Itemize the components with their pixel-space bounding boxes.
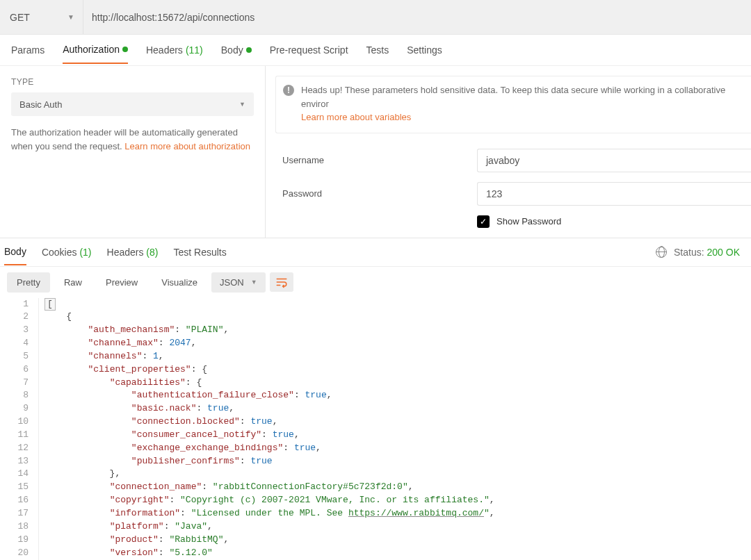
username-row: Username javaboy bbox=[275, 149, 751, 172]
tab-params[interactable]: Params bbox=[11, 37, 45, 63]
resp-tab-body[interactable]: Body bbox=[4, 239, 26, 265]
tab-authorization[interactable]: Authorization bbox=[63, 36, 128, 64]
resp-tab-test-results[interactable]: Test Results bbox=[173, 240, 226, 265]
chevron-down-icon: ▼ bbox=[251, 279, 257, 286]
show-password-row: ✓ Show Password bbox=[275, 215, 751, 228]
auth-description: The authorization header will be automat… bbox=[11, 126, 254, 153]
show-password-checkbox[interactable]: ✓ bbox=[477, 215, 490, 228]
method-value: GET bbox=[10, 12, 30, 23]
globe-icon[interactable] bbox=[656, 247, 667, 258]
url-value: http://localhost:15672/api/connections bbox=[92, 12, 255, 23]
show-password-label: Show Password bbox=[496, 216, 561, 227]
wrap-lines-button[interactable] bbox=[270, 272, 293, 292]
code-content[interactable]: [ { "auth_mechanism": "PLAIN", "channel_… bbox=[39, 298, 751, 561]
view-raw-button[interactable]: Raw bbox=[54, 272, 92, 293]
chevron-down-icon: ▼ bbox=[239, 101, 245, 108]
auth-credentials-panel: ! Heads up! These parameters hold sensit… bbox=[266, 66, 751, 238]
chevron-down-icon: ▼ bbox=[67, 13, 74, 21]
view-visualize-button[interactable]: Visualize bbox=[152, 272, 207, 293]
tab-prerequest[interactable]: Pre-request Script bbox=[270, 37, 348, 63]
status-code: 200 OK bbox=[707, 247, 740, 258]
format-selector[interactable]: JSON ▼ bbox=[211, 272, 266, 293]
password-input[interactable]: 123 bbox=[477, 182, 751, 206]
authorization-panel: TYPE Basic Auth ▼ The authorization head… bbox=[0, 66, 751, 238]
view-preview-button[interactable]: Preview bbox=[96, 272, 147, 293]
view-pretty-button[interactable]: Pretty bbox=[7, 272, 50, 293]
request-tabs: Params Authorization Headers (11) Body P… bbox=[0, 35, 751, 65]
tab-headers[interactable]: Headers (11) bbox=[146, 37, 203, 63]
resp-tab-cookies[interactable]: Cookies (1) bbox=[42, 240, 92, 265]
info-icon: ! bbox=[283, 85, 294, 96]
request-bar: GET ▼ http://localhost:15672/api/connect… bbox=[0, 0, 751, 35]
username-label: Username bbox=[282, 155, 477, 165]
response-view-bar: Pretty Raw Preview Visualize JSON ▼ bbox=[0, 267, 751, 298]
dot-icon bbox=[246, 47, 252, 53]
heads-up-banner: ! Heads up! These parameters hold sensit… bbox=[275, 76, 751, 133]
dot-icon bbox=[122, 47, 128, 52]
learn-more-auth-link[interactable]: Learn more about authorization bbox=[124, 141, 250, 151]
method-selector[interactable]: GET ▼ bbox=[0, 0, 83, 34]
response-tabs: Body Cookies (1) Headers (8) Test Result… bbox=[0, 238, 751, 266]
password-row: Password 123 bbox=[275, 182, 751, 206]
tab-settings[interactable]: Settings bbox=[407, 37, 442, 63]
resp-tab-headers[interactable]: Headers (8) bbox=[107, 240, 159, 265]
type-label: TYPE bbox=[11, 77, 254, 87]
tab-body[interactable]: Body bbox=[221, 37, 252, 63]
username-input[interactable]: javaboy bbox=[477, 149, 751, 172]
wrap-icon bbox=[275, 276, 288, 288]
url-input[interactable]: http://localhost:15672/api/connections bbox=[83, 0, 751, 34]
response-body: 123456789101112131415161718192021 [ { "a… bbox=[0, 298, 751, 561]
auth-type-selector[interactable]: Basic Auth ▼ bbox=[11, 92, 254, 116]
line-gutter: 123456789101112131415161718192021 bbox=[0, 298, 39, 561]
password-label: Password bbox=[282, 188, 477, 199]
auth-type-panel: TYPE Basic Auth ▼ The authorization head… bbox=[0, 66, 266, 238]
response-status: Status: 200 OK bbox=[656, 247, 747, 258]
auth-type-value: Basic Auth bbox=[19, 99, 62, 110]
tab-tests[interactable]: Tests bbox=[366, 37, 389, 63]
learn-more-variables-link[interactable]: Learn more about variables bbox=[301, 112, 411, 122]
